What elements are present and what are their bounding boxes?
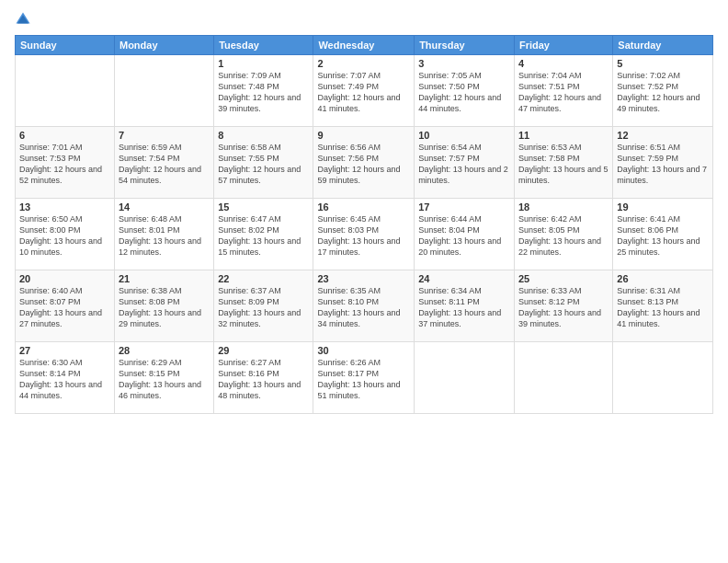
calendar-cell: 22 Sunrise: 6:37 AM Sunset: 8:09 PM Dayl… bbox=[214, 270, 313, 342]
weekday-header-sunday: Sunday bbox=[16, 36, 115, 55]
calendar-cell: 7 Sunrise: 6:59 AM Sunset: 7:54 PM Dayli… bbox=[114, 127, 213, 199]
day-number: 2 bbox=[317, 58, 410, 69]
calendar-cell: 23 Sunrise: 6:35 AM Sunset: 8:10 PM Dayl… bbox=[313, 270, 415, 342]
calendar-week-2: 6 Sunrise: 7:01 AM Sunset: 7:53 PM Dayli… bbox=[16, 127, 713, 199]
day-info: Sunrise: 7:02 AM Sunset: 7:52 PM Dayligh… bbox=[617, 71, 700, 113]
day-info: Sunrise: 6:37 AM Sunset: 8:09 PM Dayligh… bbox=[218, 286, 301, 328]
calendar-cell: 29 Sunrise: 6:27 AM Sunset: 8:16 PM Dayl… bbox=[214, 342, 313, 414]
day-number: 30 bbox=[317, 345, 410, 356]
calendar-cell: 16 Sunrise: 6:45 AM Sunset: 8:03 PM Dayl… bbox=[313, 199, 415, 270]
weekday-header-wednesday: Wednesday bbox=[313, 36, 415, 55]
day-info: Sunrise: 6:50 AM Sunset: 8:00 PM Dayligh… bbox=[19, 214, 102, 257]
day-info: Sunrise: 6:33 AM Sunset: 8:12 PM Dayligh… bbox=[518, 286, 601, 328]
day-number: 20 bbox=[19, 273, 110, 284]
day-number: 24 bbox=[418, 273, 510, 284]
day-number: 16 bbox=[317, 201, 410, 213]
logo bbox=[15, 11, 35, 28]
calendar-cell: 15 Sunrise: 6:47 AM Sunset: 8:02 PM Dayl… bbox=[214, 199, 313, 270]
day-info: Sunrise: 6:35 AM Sunset: 8:10 PM Dayligh… bbox=[317, 286, 400, 328]
calendar-cell: 30 Sunrise: 6:26 AM Sunset: 8:17 PM Dayl… bbox=[313, 342, 415, 414]
day-number: 12 bbox=[617, 130, 709, 141]
calendar-cell: 9 Sunrise: 6:56 AM Sunset: 7:56 PM Dayli… bbox=[313, 127, 415, 199]
day-info: Sunrise: 6:58 AM Sunset: 7:55 PM Dayligh… bbox=[218, 143, 301, 185]
day-info: Sunrise: 6:42 AM Sunset: 8:05 PM Dayligh… bbox=[518, 214, 601, 257]
calendar-cell bbox=[613, 342, 713, 414]
day-info: Sunrise: 6:31 AM Sunset: 8:13 PM Dayligh… bbox=[617, 286, 700, 328]
calendar-cell bbox=[514, 342, 612, 414]
day-number: 7 bbox=[119, 130, 210, 141]
day-info: Sunrise: 6:34 AM Sunset: 8:11 PM Dayligh… bbox=[418, 286, 501, 328]
day-number: 21 bbox=[119, 273, 210, 284]
calendar-cell: 17 Sunrise: 6:44 AM Sunset: 8:04 PM Dayl… bbox=[415, 199, 515, 270]
day-info: Sunrise: 6:30 AM Sunset: 8:14 PM Dayligh… bbox=[19, 358, 102, 400]
day-number: 17 bbox=[418, 201, 510, 213]
day-info: Sunrise: 6:27 AM Sunset: 8:16 PM Dayligh… bbox=[218, 358, 301, 400]
day-number: 13 bbox=[19, 201, 110, 213]
day-info: Sunrise: 6:59 AM Sunset: 7:54 PM Dayligh… bbox=[119, 143, 201, 185]
day-number: 1 bbox=[218, 58, 309, 69]
calendar-cell: 20 Sunrise: 6:40 AM Sunset: 8:07 PM Dayl… bbox=[16, 270, 115, 342]
day-info: Sunrise: 7:07 AM Sunset: 7:49 PM Dayligh… bbox=[317, 71, 400, 113]
calendar-cell bbox=[415, 342, 515, 414]
calendar-cell: 14 Sunrise: 6:48 AM Sunset: 8:01 PM Dayl… bbox=[114, 199, 213, 270]
day-number: 15 bbox=[218, 201, 309, 213]
calendar-cell: 6 Sunrise: 7:01 AM Sunset: 7:53 PM Dayli… bbox=[16, 127, 115, 199]
calendar-cell: 1 Sunrise: 7:09 AM Sunset: 7:48 PM Dayli… bbox=[214, 55, 313, 127]
day-info: Sunrise: 6:47 AM Sunset: 8:02 PM Dayligh… bbox=[218, 214, 301, 257]
calendar-cell: 12 Sunrise: 6:51 AM Sunset: 7:59 PM Dayl… bbox=[613, 127, 713, 199]
weekday-header-thursday: Thursday bbox=[415, 36, 515, 55]
day-number: 18 bbox=[518, 201, 609, 213]
calendar-cell: 11 Sunrise: 6:53 AM Sunset: 7:58 PM Dayl… bbox=[514, 127, 612, 199]
calendar-cell: 27 Sunrise: 6:30 AM Sunset: 8:14 PM Dayl… bbox=[16, 342, 115, 414]
day-info: Sunrise: 7:09 AM Sunset: 7:48 PM Dayligh… bbox=[218, 71, 301, 113]
calendar-cell: 18 Sunrise: 6:42 AM Sunset: 8:05 PM Dayl… bbox=[514, 199, 612, 270]
day-info: Sunrise: 6:44 AM Sunset: 8:04 PM Dayligh… bbox=[418, 214, 501, 257]
calendar-week-5: 27 Sunrise: 6:30 AM Sunset: 8:14 PM Dayl… bbox=[16, 342, 713, 414]
calendar-cell: 25 Sunrise: 6:33 AM Sunset: 8:12 PM Dayl… bbox=[514, 270, 612, 342]
calendar-cell: 2 Sunrise: 7:07 AM Sunset: 7:49 PM Dayli… bbox=[313, 55, 415, 127]
calendar-cell bbox=[114, 55, 213, 127]
day-info: Sunrise: 6:41 AM Sunset: 8:06 PM Dayligh… bbox=[617, 214, 700, 257]
calendar-cell: 4 Sunrise: 7:04 AM Sunset: 7:51 PM Dayli… bbox=[514, 55, 612, 127]
day-info: Sunrise: 6:48 AM Sunset: 8:01 PM Dayligh… bbox=[119, 214, 201, 257]
day-info: Sunrise: 6:38 AM Sunset: 8:08 PM Dayligh… bbox=[119, 286, 201, 328]
day-number: 11 bbox=[518, 130, 609, 141]
day-number: 23 bbox=[317, 273, 410, 284]
weekday-header-friday: Friday bbox=[514, 36, 612, 55]
day-number: 9 bbox=[317, 130, 410, 141]
day-info: Sunrise: 6:53 AM Sunset: 7:58 PM Dayligh… bbox=[518, 143, 609, 185]
calendar-cell: 24 Sunrise: 6:34 AM Sunset: 8:11 PM Dayl… bbox=[415, 270, 515, 342]
calendar-cell: 26 Sunrise: 6:31 AM Sunset: 8:13 PM Dayl… bbox=[613, 270, 713, 342]
day-info: Sunrise: 6:56 AM Sunset: 7:56 PM Dayligh… bbox=[317, 143, 400, 185]
calendar-table: SundayMondayTuesdayWednesdayThursdayFrid… bbox=[15, 35, 713, 414]
day-info: Sunrise: 7:04 AM Sunset: 7:51 PM Dayligh… bbox=[518, 71, 601, 113]
calendar-cell: 19 Sunrise: 6:41 AM Sunset: 8:06 PM Dayl… bbox=[613, 199, 713, 270]
day-number: 3 bbox=[418, 58, 510, 69]
day-info: Sunrise: 6:40 AM Sunset: 8:07 PM Dayligh… bbox=[19, 286, 102, 328]
weekday-header-saturday: Saturday bbox=[613, 36, 713, 55]
day-number: 26 bbox=[617, 273, 709, 284]
day-info: Sunrise: 6:45 AM Sunset: 8:03 PM Dayligh… bbox=[317, 214, 400, 257]
day-info: Sunrise: 6:54 AM Sunset: 7:57 PM Dayligh… bbox=[418, 143, 508, 185]
day-number: 5 bbox=[617, 58, 709, 69]
calendar-week-4: 20 Sunrise: 6:40 AM Sunset: 8:07 PM Dayl… bbox=[16, 270, 713, 342]
calendar-cell: 10 Sunrise: 6:54 AM Sunset: 7:57 PM Dayl… bbox=[415, 127, 515, 199]
calendar-cell: 8 Sunrise: 6:58 AM Sunset: 7:55 PM Dayli… bbox=[214, 127, 313, 199]
calendar-cell: 3 Sunrise: 7:05 AM Sunset: 7:50 PM Dayli… bbox=[415, 55, 515, 127]
day-info: Sunrise: 7:01 AM Sunset: 7:53 PM Dayligh… bbox=[19, 143, 102, 185]
weekday-header-monday: Monday bbox=[114, 36, 213, 55]
day-info: Sunrise: 6:29 AM Sunset: 8:15 PM Dayligh… bbox=[119, 358, 201, 400]
day-info: Sunrise: 6:51 AM Sunset: 7:59 PM Dayligh… bbox=[617, 143, 707, 185]
day-number: 22 bbox=[218, 273, 309, 284]
day-info: Sunrise: 6:26 AM Sunset: 8:17 PM Dayligh… bbox=[317, 358, 400, 400]
logo-icon bbox=[15, 11, 31, 28]
day-number: 28 bbox=[119, 345, 210, 356]
header bbox=[15, 11, 713, 28]
day-number: 19 bbox=[617, 201, 709, 213]
day-info: Sunrise: 7:05 AM Sunset: 7:50 PM Dayligh… bbox=[418, 71, 501, 113]
day-number: 14 bbox=[119, 201, 210, 213]
calendar-cell: 28 Sunrise: 6:29 AM Sunset: 8:15 PM Dayl… bbox=[114, 342, 213, 414]
day-number: 25 bbox=[518, 273, 609, 284]
day-number: 4 bbox=[518, 58, 609, 69]
calendar-cell bbox=[16, 55, 115, 127]
